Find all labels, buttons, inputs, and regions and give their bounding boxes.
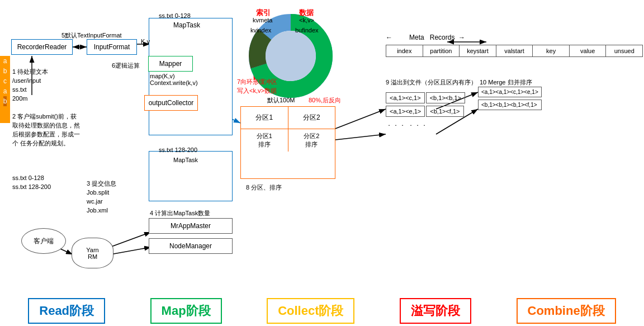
sstxt-label-2: ss.txt 128-200 <box>159 147 197 153</box>
nodemanager-box: NodeManager <box>149 238 233 254</box>
diagram-container: a b c a b RecorderReader InputFormat ss.… <box>0 0 644 326</box>
part1-cell: 分区1 <box>241 107 288 129</box>
kvindex-label: kvindex <box>250 27 271 34</box>
partition-top-row: 分区1 分区2 <box>241 107 335 129</box>
left-stack: a b c a b <box>0 56 10 123</box>
default-format-anno: 5默认TextInputFormat <box>61 31 122 40</box>
table-header: index partition keystart valstart key va… <box>386 45 643 57</box>
spill-cell-2-1: <a,1><e,1> <box>386 106 425 117</box>
percent-80-anno: 80%,后反向 <box>309 96 341 105</box>
spill-cell-2-2: <b,1><f,1> <box>426 106 463 117</box>
sstxt-label-1: ss.txt 0-128 <box>159 12 191 19</box>
th-unused: unsued <box>606 45 642 56</box>
stage-map: Map阶段 <box>150 298 222 324</box>
records-label: Records <box>430 34 455 41</box>
default-100m-anno: 默认100M <box>267 96 295 105</box>
calc-maptask-anno: 4 计算出MapTask数量 <box>150 209 210 218</box>
part2-cell: 分区2 <box>288 107 335 129</box>
partition-bottom-row: 分区1 排序 分区2 排序 <box>241 129 335 152</box>
yarn-rm-label: YarnRM <box>86 247 98 260</box>
output-collector-box: outputCollector <box>144 95 198 111</box>
output-collector-label: outputCollector <box>149 99 194 107</box>
stage-collect: Collect阶段 <box>267 298 354 324</box>
stage-read: Read阶段 <box>28 298 105 324</box>
meta-records-area: ← Meta Records → index partition keystar… <box>386 34 643 57</box>
map-kv-text: map(K,v) Context.write(k,v) <box>150 73 198 86</box>
th-keystart: keystart <box>460 45 496 56</box>
stage-read-label: Read阶段 <box>39 304 94 318</box>
kv-annotation: K,v <box>141 38 150 45</box>
mapper-label: Mapper <box>159 60 182 68</box>
client-label: 客户端 <box>34 237 54 246</box>
part1-sort-cell: 分区1 排序 <box>241 129 288 152</box>
th-key: key <box>533 45 570 56</box>
stack-char-c: c <box>3 76 7 86</box>
mrappmaster-label: MrAppMaster <box>171 222 211 230</box>
stack-char-a2: a <box>3 86 7 96</box>
spill-row-2: <a,1><e,1> <b,1><f,1> <box>386 106 466 117</box>
merge-row-1: <a,1><a,1><c,1><e,1> <box>478 87 542 97</box>
spill-data-area: <a,1><c,1> <b,1><b,1> <a,1><e,1> <b,1><f… <box>386 78 466 131</box>
part2-sort-cell: 分区2 排序 <box>288 129 335 152</box>
mapper-box: Mapper <box>148 56 193 72</box>
svg-line-13 <box>335 134 386 140</box>
partition-outer-box: 分区1 分区2 分区1 排序 分区2 排序 <box>240 106 335 179</box>
merge-area: <a,1><a,1><c,1><e,1> <b,1><b,1><b,1><f,1… <box>478 73 542 112</box>
yarn-rm-ellipse: YarnRM <box>72 238 113 268</box>
stage-combine: Combine阶段 <box>517 298 616 324</box>
kv-data-label: <k,v> <box>299 17 314 23</box>
meta-label: Meta <box>409 34 424 41</box>
stage-spill: 溢写阶段 <box>400 298 471 324</box>
client-ellipse: 客户端 <box>21 228 66 254</box>
svg-line-12 <box>335 109 386 129</box>
submit-info-anno: 3 提交信息 Job.split wc.jar Job.xml <box>87 179 116 215</box>
th-partition: partition <box>423 45 460 56</box>
th-value: value <box>570 45 607 56</box>
stage-labels: Read阶段 Map阶段 Collect阶段 溢写阶段 Combine阶段 <box>0 298 644 324</box>
recorder-reader-label: RecorderReader <box>17 43 67 51</box>
input-format-box: InputFormat <box>87 39 137 55</box>
kvmeta-label: kvmeta <box>253 17 272 23</box>
partition-sort-anno: 8 分区、排序 <box>246 183 282 192</box>
nodemanager-label: NodeManager <box>169 242 212 250</box>
input-format-label: InputFormat <box>94 43 130 51</box>
client-submit-anno: 2 客户端submit()前，获 取待处理数据的信息，然 后根据参数配置，形成一… <box>12 112 141 148</box>
spill-dots: ．．． ．．． <box>386 119 428 129</box>
bufindex-label: bufindex <box>295 27 319 34</box>
input-file-anno: 1 待处理文本 /user/input ss.txt 200m <box>12 67 48 103</box>
th-index: index <box>386 45 423 56</box>
stage-spill-label: 溢写阶段 <box>411 304 460 318</box>
meta-arrow-row: ← Meta Records → <box>386 34 643 41</box>
stage-combine-label: Combine阶段 <box>528 304 605 318</box>
spill-cell-1-2: <b,1><b,1> <box>426 92 465 103</box>
ring-buffer-anno: 7向环形缓冲区 写入<k,v>数据 <box>237 77 277 95</box>
svg-point-21 <box>266 31 316 81</box>
stack-char-b2: b <box>3 96 7 106</box>
th-valstart: valstart <box>496 45 533 56</box>
merge-row-2: <b,1><b,1><b,1><f,1> <box>478 100 542 110</box>
stage-collect-label: Collect阶段 <box>278 304 343 318</box>
file-splits-anno: ss.txt 0-128 ss.txt 128-200 <box>12 173 51 191</box>
recorder-reader-box: RecorderReader <box>11 39 73 55</box>
maptask-label-1: MapTask <box>173 21 200 29</box>
spill-cell-1-1: <a,1><c,1> <box>386 92 425 103</box>
maptask-label-2: MapTask <box>173 157 198 163</box>
spill-row-1: <a,1><c,1> <b,1><b,1> <box>386 92 466 103</box>
spill-dots-row: ．．． ．．． <box>386 119 466 129</box>
stage-map-label: Map阶段 <box>162 304 211 318</box>
mrappmaster-box: MrAppMaster <box>149 218 233 234</box>
stack-char-a: a <box>3 56 7 66</box>
logic-compute-anno: 6逻辑运算 <box>112 62 140 70</box>
stack-char-b1: b <box>3 66 7 76</box>
